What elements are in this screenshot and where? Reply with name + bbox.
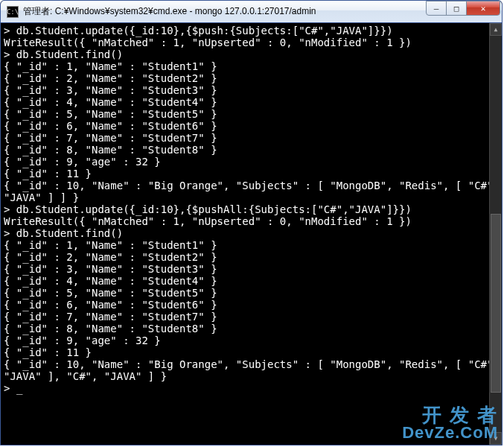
terminal-area[interactable]: > db.Student.update({_id:10},{$push:{Sub… (1, 23, 502, 445)
terminal-cursor: _ (16, 382, 22, 394)
minimize-button[interactable]: — (426, 1, 447, 16)
window-title: 管理者: C:¥Windows¥system32¥cmd.exe - mongo… (23, 5, 427, 18)
scroll-track[interactable] (490, 36, 502, 432)
close-button[interactable]: ✕ (466, 1, 500, 16)
vertical-scrollbar[interactable]: ▲ ▼ (489, 23, 502, 445)
cmd-icon: C:\ (7, 6, 19, 18)
scroll-up-button[interactable]: ▲ (490, 23, 502, 36)
scroll-down-button[interactable]: ▼ (490, 432, 502, 445)
window-frame: C:\ 管理者: C:¥Windows¥system32¥cmd.exe - m… (0, 0, 503, 446)
scroll-thumb[interactable] (491, 214, 501, 392)
titlebar[interactable]: C:\ 管理者: C:¥Windows¥system32¥cmd.exe - m… (1, 1, 502, 23)
terminal-output[interactable]: > db.Student.update({_id:10},{$push:{Sub… (1, 23, 489, 445)
window-controls: — □ ✕ (427, 1, 500, 16)
maximize-button[interactable]: □ (446, 1, 467, 16)
